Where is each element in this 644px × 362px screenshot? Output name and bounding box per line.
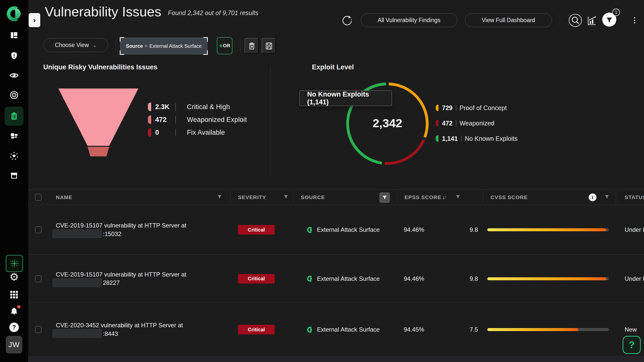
row-checkbox[interactable]	[35, 275, 42, 282]
select-all-checkbox[interactable]	[35, 194, 42, 201]
source-cell: External Attack Surface	[306, 275, 380, 282]
results-summary: Found 2,342 out of 9,701 results	[168, 9, 258, 17]
vulnerability-name[interactable]: CVE-2019-15107 vulnerability at HTTP Ser…	[56, 270, 186, 287]
source-cell: External Attack Surface	[306, 326, 380, 333]
info-icon[interactable]: i	[589, 194, 596, 201]
exploit-panel-title: Exploit Level	[312, 63, 354, 71]
expand-panel-button[interactable]: ›	[29, 13, 40, 27]
search-button[interactable]	[568, 13, 583, 28]
user-avatar[interactable]: JW	[6, 336, 22, 353]
storefront-icon[interactable]	[0, 168, 28, 183]
chevron-down-icon: ⌄	[93, 42, 97, 48]
header-divider	[560, 15, 560, 26]
shield-alert-icon[interactable]	[0, 48, 28, 63]
all-vulnerability-findings-button[interactable]: All Vulnerability Findings	[361, 13, 457, 27]
severity-filter-icon[interactable]	[284, 195, 288, 200]
severity-badge: Critical	[238, 325, 275, 334]
chip-value: External Attack Surface	[149, 43, 202, 49]
refresh-button[interactable]	[341, 14, 353, 26]
column-header-cvss[interactable]: CVSS SCORE	[491, 194, 528, 200]
vulnerability-name[interactable]: CVE-2019-15107 vulnerability at HTTP Ser…	[56, 221, 186, 238]
cvss-score-bar	[487, 228, 609, 231]
gear-glyph: ⚙	[9, 272, 19, 282]
chip-field: Source	[126, 43, 143, 49]
vulnerability-name[interactable]: CVE-2020-3452 vulnerability at HTTP Serv…	[56, 321, 183, 338]
sparkle-icon[interactable]	[0, 148, 28, 163]
filter-chip-source[interactable]: Source = External Attack Surface	[120, 38, 207, 54]
view-full-dashboard-button[interactable]: View Full Dashboard	[465, 13, 552, 27]
row-checkbox[interactable]	[35, 326, 42, 333]
table-row[interactable]: CVE-2019-15107 vulnerability at HTTP Ser…	[28, 205, 644, 255]
legend-item[interactable]: 729 Proof of Concept	[436, 104, 517, 112]
cvss-filter-icon[interactable]	[605, 195, 609, 200]
sidebar: ⚙ ? JW	[0, 0, 28, 362]
kebab-menu-icon[interactable]	[632, 15, 637, 26]
filter-divider	[116, 39, 116, 53]
filter-count-badge: 1	[612, 9, 620, 16]
row-checkbox[interactable]	[35, 226, 42, 233]
column-header-source[interactable]: SOURCE	[301, 194, 325, 200]
target-icon[interactable]	[0, 87, 28, 103]
legend-item[interactable]: 472 Weaponized Exploit	[148, 115, 247, 124]
delete-filter-button[interactable]	[245, 38, 259, 54]
page-header: Vulnerability Issues Found 2,342 out of …	[45, 4, 258, 20]
eye-icon[interactable]	[0, 68, 28, 83]
severity-badge: Critical	[238, 225, 275, 235]
severity-badge: Critical	[238, 274, 275, 284]
epss-score: 94.46%	[404, 275, 424, 282]
name-filter-icon[interactable]	[217, 195, 222, 200]
table-row[interactable]: CVE-2020-3452 vulnerability at HTTP Serv…	[28, 303, 644, 356]
column-header-name[interactable]: NAME	[56, 194, 72, 200]
column-header-status[interactable]: STATUS	[625, 194, 644, 200]
chart-view-button[interactable]	[586, 15, 597, 26]
help-floating-button[interactable]: ?	[623, 336, 641, 354]
column-header-epss[interactable]: EPSS SCORE	[405, 194, 441, 200]
redacted-host	[52, 278, 102, 287]
notification-bell-icon[interactable]	[0, 304, 28, 319]
choose-view-dropdown[interactable]: Choose View ⌄	[43, 38, 108, 52]
epss-filter-icon[interactable]	[456, 195, 460, 200]
help-icon[interactable]: ?	[0, 320, 28, 335]
legend-item[interactable]: 472 Weaponized	[436, 119, 517, 127]
add-or-condition-button[interactable]: + OR	[217, 37, 232, 54]
save-floppy-icon	[264, 41, 273, 51]
legend-marker	[436, 120, 438, 126]
app-grid-icon[interactable]	[0, 287, 28, 302]
brand-logo[interactable]	[0, 3, 28, 25]
legend-item[interactable]: 1,141 No Known Exploits	[436, 135, 517, 142]
column-header-severity[interactable]: SEVERITY	[238, 194, 266, 200]
settings-gear-icon[interactable]: ⚙	[0, 269, 28, 285]
legend-marker	[436, 105, 438, 111]
sort-icon[interactable]: ↓↑	[442, 194, 446, 201]
bar-chart-icon	[586, 15, 597, 26]
horizontal-scroll-strip[interactable]	[28, 357, 644, 362]
cvss-score-bar	[487, 328, 609, 331]
status-cell: New	[625, 326, 637, 333]
notification-dot	[17, 305, 20, 308]
funnel-segment-critical-high[interactable]	[58, 88, 138, 146]
sidebar-item-vulnerabilities-active[interactable]	[5, 107, 24, 126]
epss-score: 94.45%	[404, 326, 424, 333]
blocks-icon[interactable]	[0, 128, 28, 143]
legend-marker	[148, 103, 151, 111]
legend-item[interactable]: 2.3K Critical & High	[148, 103, 247, 111]
legend-item[interactable]: 0 Fix Available	[148, 128, 247, 137]
table-row[interactable]: CVE-2019-15107 vulnerability at HTTP Ser…	[28, 255, 644, 303]
source-filter-active-icon[interactable]	[379, 192, 390, 203]
cvss-score: 7.5	[456, 326, 478, 333]
funnel-legend: 2.3K Critical & High 472 Weaponized Expl…	[148, 103, 247, 141]
table-header: NAME SEVERITY SOURCE EPSS SCORE ↓↑ CVSS …	[28, 190, 644, 205]
donut-legend: 729 Proof of Concept 472 Weaponized 1,14…	[436, 104, 517, 150]
legend-marker	[148, 128, 151, 137]
save-view-button[interactable]	[262, 38, 276, 54]
funnel-segment-weaponized[interactable]	[88, 147, 109, 156]
chip-operator: =	[145, 43, 148, 49]
cvss-score: 9.8	[456, 275, 478, 282]
trash-icon	[248, 41, 256, 51]
expand-chevron-icon: ›	[33, 16, 36, 24]
donut-total: 2,342	[362, 116, 413, 130]
redacted-host	[52, 329, 102, 338]
layout-icon[interactable]	[0, 28, 28, 43]
funnel-panel-title: Unique Risky Vulnerabilities Issues	[43, 63, 157, 71]
filter-divider-2	[240, 39, 240, 53]
